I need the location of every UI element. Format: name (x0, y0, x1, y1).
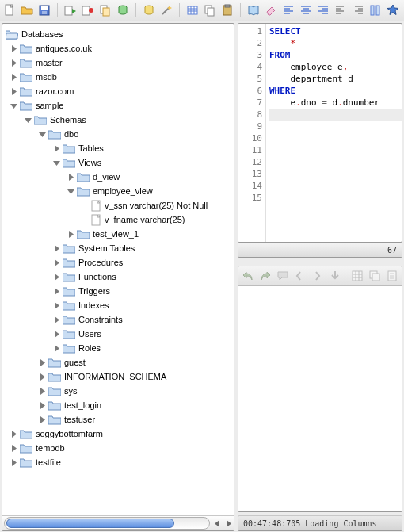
wand-icon[interactable] (160, 4, 173, 17)
tree-item-views[interactable]: Views (2, 155, 234, 170)
disclosure-closed-icon[interactable] (9, 44, 18, 53)
eraser-icon[interactable] (265, 4, 277, 17)
step-fwd-icon[interactable] (311, 270, 324, 282)
paste-doc-icon[interactable] (221, 4, 234, 17)
table-icon[interactable] (186, 4, 199, 17)
new-doc-icon[interactable] (3, 4, 16, 17)
disclosure-closed-icon[interactable] (37, 386, 47, 396)
tree-item-tempdb[interactable]: tempdb (2, 441, 234, 455)
tree-item-v-fname[interactable]: v_fname varchar(25) (2, 212, 234, 227)
scroll-right-icon[interactable] (223, 518, 234, 529)
db-tree[interactable]: Databases antiques.co.uk master msdb raz… (2, 24, 234, 515)
tree-item-sample[interactable]: sample (2, 98, 234, 113)
undo-icon[interactable] (242, 270, 254, 282)
copy-grid-icon[interactable] (368, 270, 381, 282)
tree-item-testfile[interactable]: testfile (2, 455, 234, 469)
align-center-icon[interactable] (299, 4, 312, 17)
disclosure-closed-icon[interactable] (51, 315, 61, 324)
disclosure-closed-icon[interactable] (9, 429, 18, 438)
disclosure-closed-icon[interactable] (51, 258, 61, 267)
disclosure-closed-icon[interactable] (51, 144, 61, 153)
sql-editor[interactable]: 1 2 3 4 5 6 7 8 9 10 11 12 13 14 15 SELE… (238, 23, 402, 243)
tree-root-databases[interactable]: Databases (2, 27, 234, 41)
tree-item-constraints[interactable]: Constraints (2, 312, 234, 327)
disclosure-closed-icon[interactable] (51, 286, 61, 296)
tree-item-users[interactable]: Users (2, 327, 234, 341)
disclosure-closed-icon[interactable] (37, 400, 47, 410)
disclosure-closed-icon[interactable] (9, 86, 18, 96)
tree-item-schemas[interactable]: Schemas (2, 113, 234, 127)
tree-item-employee-view[interactable]: employee_view (2, 184, 234, 198)
tree-item-v-ssn[interactable]: v_ssn varchar(25) Not Null (2, 198, 234, 212)
tree-item-roles[interactable]: Roles (2, 341, 234, 355)
disclosure-closed-icon[interactable] (51, 329, 61, 339)
tree-item-guest[interactable]: guest (2, 355, 234, 369)
step-into-icon[interactable] (329, 270, 341, 282)
disclosure-closed-icon[interactable] (51, 343, 61, 353)
grid-icon[interactable] (351, 270, 364, 282)
tree-item-indexes[interactable]: Indexes (2, 298, 234, 312)
disclosure-closed-icon[interactable] (9, 443, 18, 453)
import-icon[interactable] (64, 4, 77, 17)
tree-item-system-tables[interactable]: System Tables (2, 241, 234, 255)
scrollbar-track[interactable] (4, 517, 210, 530)
tree-item-soggybottomfarm[interactable]: soggybottomfarm (2, 427, 234, 441)
redo-icon[interactable] (259, 270, 272, 282)
copy-icon[interactable] (99, 4, 112, 17)
star-icon[interactable] (387, 4, 399, 17)
disclosure-closed-icon[interactable] (66, 229, 75, 239)
tree-item-information-schema[interactable]: INFORMATION_SCHEMA (2, 369, 234, 384)
code-area[interactable]: SELECT * FROM employee e, department d W… (266, 24, 402, 242)
align-right-icon[interactable] (317, 4, 330, 17)
tree-item-d-view[interactable]: d_view (2, 170, 234, 184)
tree-item-test-view-1[interactable]: test_view_1 (2, 227, 234, 241)
disclosure-open-icon[interactable] (23, 115, 32, 124)
tree-item-testuser[interactable]: testuser (2, 412, 234, 427)
tree-item-functions[interactable]: Functions (2, 270, 234, 284)
columns-icon[interactable] (369, 4, 382, 17)
disclosure-open-icon[interactable] (9, 101, 18, 110)
align-left-icon[interactable] (282, 4, 295, 17)
disclosure-open-icon[interactable] (66, 186, 75, 196)
scrollbar-thumb[interactable] (6, 519, 174, 528)
results-toolbar (238, 266, 402, 286)
disclosure-open-icon[interactable] (51, 158, 61, 167)
disclosure-open-icon[interactable] (37, 129, 47, 139)
cylinder-green-icon[interactable] (116, 4, 129, 17)
tree-item-antiques[interactable]: antiques.co.uk (2, 41, 234, 55)
tree-item-master[interactable]: master (2, 55, 234, 70)
comment-icon[interactable] (276, 270, 289, 282)
disclosure-closed-icon[interactable] (51, 300, 61, 310)
sheet-icon[interactable] (386, 270, 398, 282)
run-red-icon[interactable] (82, 4, 94, 17)
save-icon[interactable] (38, 4, 51, 17)
disclosure-closed-icon[interactable] (51, 272, 61, 281)
tree-item-tables[interactable]: Tables (2, 141, 234, 155)
tree-item-procedures[interactable]: Procedures (2, 255, 234, 270)
align-left2-icon[interactable] (334, 4, 347, 17)
tree-item-sys[interactable]: sys (2, 384, 234, 398)
disclosure-closed-icon[interactable] (66, 172, 75, 182)
book-icon[interactable] (247, 4, 260, 17)
disclosure-closed-icon[interactable] (37, 358, 47, 367)
scroll-left-icon[interactable] (212, 518, 223, 529)
copy-doc-icon[interactable] (204, 4, 216, 17)
step-back-icon[interactable] (294, 270, 307, 282)
tree-item-razor[interactable]: razor.com (2, 84, 234, 98)
align-right2-icon[interactable] (352, 4, 364, 17)
disclosure-closed-icon[interactable] (9, 457, 18, 467)
disclosure-closed-icon[interactable] (9, 72, 18, 82)
disclosure-closed-icon[interactable] (51, 243, 61, 253)
disclosure-closed-icon[interactable] (37, 415, 47, 424)
disclosure-closed-icon[interactable] (9, 58, 18, 67)
disclosure-closed-icon[interactable] (37, 372, 47, 381)
cylinder-yellow-icon[interactable] (143, 4, 155, 17)
tree-item-dbo[interactable]: dbo (2, 127, 234, 141)
results-panel[interactable] (238, 286, 402, 512)
tree-item-test-login[interactable]: test_login (2, 398, 234, 412)
tree-item-triggers[interactable]: Triggers (2, 284, 234, 298)
open-folder-icon[interactable] (21, 4, 33, 17)
tree-hscrollbar[interactable] (2, 515, 234, 530)
tree-item-msdb[interactable]: msdb (2, 70, 234, 84)
tree-label: razor.com (36, 86, 80, 96)
